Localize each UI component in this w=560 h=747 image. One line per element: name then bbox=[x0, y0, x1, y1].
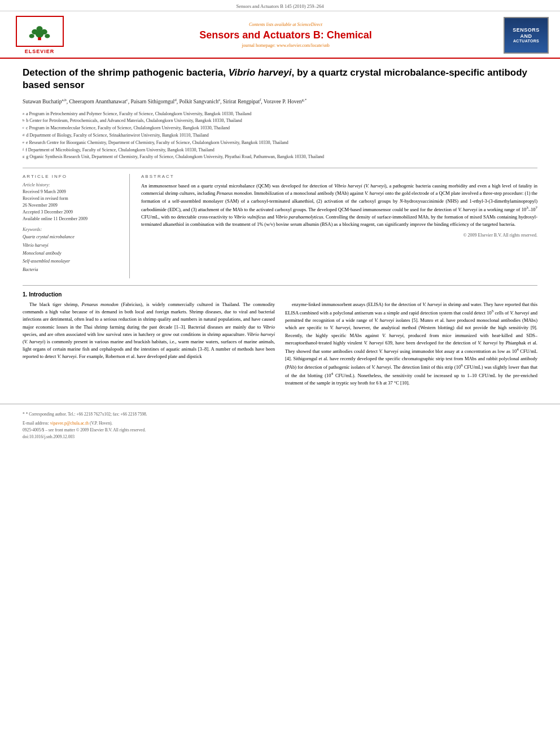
affiliation-f: f f Department of Microbiology, Faculty … bbox=[23, 147, 537, 154]
abstract-text: An immunosensor based on a quartz crysta… bbox=[141, 182, 537, 228]
journal-logo-right: SENSORS AND ACTUATORS bbox=[504, 17, 549, 54]
elsevier-logo-box bbox=[16, 16, 64, 47]
authors: Sutawan Buchatipa,b, Cheeraporn Ananthan… bbox=[23, 97, 537, 106]
introduction-text-columns: The black tiger shrimp, Penaeus monodon … bbox=[23, 301, 537, 390]
accepted-date: Accepted 3 December 2009 bbox=[23, 209, 123, 216]
available-date: Available online 11 December 2009 bbox=[23, 216, 123, 222]
email-label: E-mail address: bbox=[23, 421, 49, 426]
section-number: 1. bbox=[23, 291, 27, 298]
received-date: Received 9 March 2009 bbox=[23, 189, 123, 195]
email-person: (V.P. Hoven). bbox=[90, 421, 112, 426]
introduction-heading: 1. Introduction bbox=[23, 291, 537, 298]
homepage-url[interactable]: www.elsevier.com/locate/snb bbox=[277, 43, 330, 48]
introduction-section: 1. Introduction The black tiger shrimp, … bbox=[23, 291, 537, 390]
article-info-abstract: ARTICLE INFO Article history: Received 9… bbox=[23, 168, 537, 278]
keyword-3: Monoclonal antibody bbox=[23, 250, 123, 257]
affiliation-e: e e Research Centre for Bioorganic Chemi… bbox=[23, 139, 537, 147]
intro-paragraph-right: enzyme-linked immunosorbent assays (ELIS… bbox=[285, 301, 537, 387]
copyright-text: © 2009 Elsevier B.V. All rights reserved… bbox=[141, 233, 537, 238]
logo-sensors-text: SENSORS AND bbox=[507, 27, 545, 40]
article-info-column: ARTICLE INFO Article history: Received 9… bbox=[23, 174, 130, 278]
star-icon: * bbox=[23, 412, 25, 417]
abstract-label: ABSTRACT bbox=[141, 174, 537, 179]
article-title: Detection of the shrimp pathogenic bacte… bbox=[23, 67, 537, 91]
elsevier-wordmark: ELSEVIER bbox=[25, 49, 55, 54]
affiliation-a: a a Program in Petrochemistry and Polyme… bbox=[23, 111, 537, 118]
article-history-block: Article history: Received 9 March 2009 R… bbox=[23, 182, 123, 222]
elsevier-logo: ELSEVIER bbox=[11, 16, 68, 54]
page-footer: * * Corresponding author. Tel.: +66 2218… bbox=[0, 404, 560, 445]
keywords-label: Keywords: bbox=[23, 227, 123, 232]
logo-actuators-text: ACTUATORS bbox=[513, 39, 539, 43]
email-note: E-mail address: vipavee.p@chula.ac.th (V… bbox=[23, 420, 537, 427]
keywords-list: Quartz crystal microbalance Vibrio harve… bbox=[23, 233, 123, 274]
journal-citation: Sensors and Actuators B 145 (2010) 259–2… bbox=[237, 3, 324, 9]
keyword-4: Self-assembled monolayer bbox=[23, 257, 123, 265]
corresponding-author-note: * * Corresponding author. Tel.: +66 2218… bbox=[23, 411, 537, 418]
issn-line: 0925-4005/$ – see front matter © 2009 El… bbox=[23, 427, 537, 434]
journal-title: Sensors and Actuators B: Chemical bbox=[73, 29, 498, 41]
intro-col-right: enzyme-linked immunosorbent assays (ELIS… bbox=[285, 301, 537, 390]
top-bar: Sensors and Actuators B 145 (2010) 259–2… bbox=[0, 0, 560, 11]
sciencedirect-name[interactable]: ScienceDirect bbox=[297, 22, 322, 27]
journal-homepage: journal homepage: www.elsevier.com/locat… bbox=[73, 43, 498, 48]
history-content: Received 9 March 2009 Received in revise… bbox=[23, 189, 123, 222]
keyword-1: Quartz crystal microbalance bbox=[23, 233, 123, 241]
svg-point-7 bbox=[38, 37, 41, 40]
affiliations: a a Program in Petrochemistry and Polyme… bbox=[23, 111, 537, 161]
affiliation-b: b b Center for Petroleum, Petrochemicals… bbox=[23, 117, 537, 125]
svg-point-4 bbox=[29, 34, 34, 38]
doi-line: doi:10.1016/j.snb.2009.12.003 bbox=[23, 434, 537, 440]
page-wrapper: Sensors and Actuators B 145 (2010) 259–2… bbox=[0, 0, 560, 747]
journal-header: ELSEVIER Contents lists available at Sci… bbox=[0, 11, 560, 59]
affiliation-d: d d Department of Biology, Faculty of Sc… bbox=[23, 132, 537, 139]
revised-date: Received in revised form 26 November 200… bbox=[23, 195, 123, 209]
keyword-2: Vibrio harveyi bbox=[23, 242, 123, 250]
svg-point-5 bbox=[45, 34, 50, 38]
intro-col-left: The black tiger shrimp, Penaeus monodon … bbox=[23, 301, 275, 390]
svg-point-6 bbox=[36, 26, 42, 31]
email-address[interactable]: vipavee.p@chula.ac.th bbox=[50, 421, 89, 426]
abstract-column: ABSTRACT An immunosensor based on a quar… bbox=[141, 174, 537, 278]
sciencedirect-label: Contents lists available at ScienceDirec… bbox=[73, 22, 498, 27]
keyword-5: Bacteria bbox=[23, 266, 123, 274]
elsevier-tree-icon bbox=[23, 21, 56, 41]
section-divider bbox=[23, 285, 537, 286]
section-title: Introduction bbox=[29, 291, 62, 298]
affiliation-c: c c Program in Macromolecular Science, F… bbox=[23, 125, 537, 132]
affiliation-g: g g Organic Synthesis Research Unit, Dep… bbox=[23, 154, 537, 161]
journal-center: Contents lists available at ScienceDirec… bbox=[68, 22, 504, 48]
corresp-text: * Corresponding author. Tel.: +66 2218 7… bbox=[26, 412, 147, 417]
keywords-block: Keywords: Quartz crystal microbalance Vi… bbox=[23, 227, 123, 274]
intro-paragraph-left: The black tiger shrimp, Penaeus monodon … bbox=[23, 301, 275, 360]
issn-text: 0925-4005/$ – see front matter © 2009 El… bbox=[23, 427, 537, 440]
main-content: Detection of the shrimp pathogenic bacte… bbox=[0, 59, 560, 398]
article-info-label: ARTICLE INFO bbox=[23, 174, 123, 179]
history-label: Article history: bbox=[23, 182, 123, 187]
